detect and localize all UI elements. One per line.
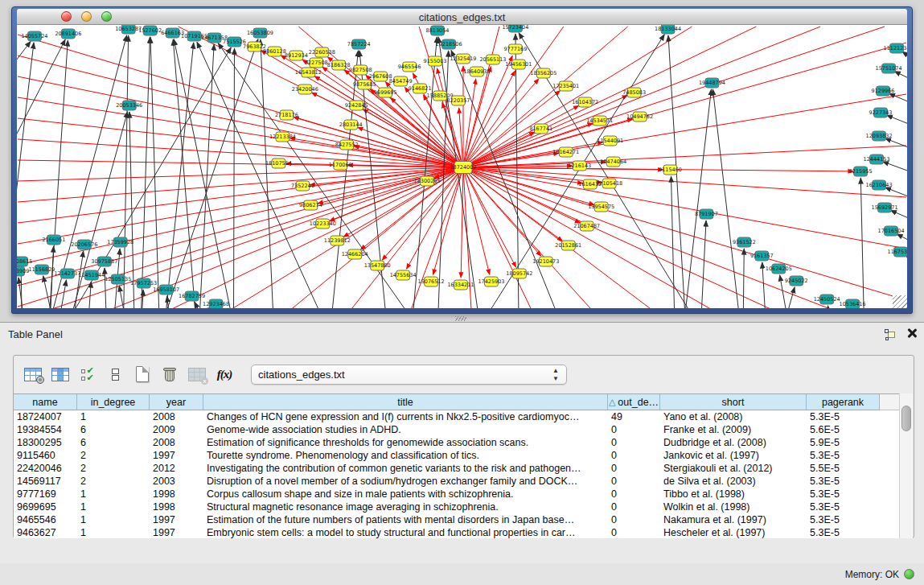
column-header-name[interactable]: name [14, 394, 77, 410]
graph-node[interactable]: 21067487 [573, 221, 600, 231]
graph-node[interactable]: 10474064 [600, 157, 626, 167]
graph-node[interactable]: 9875685 [353, 80, 376, 89]
graph-node[interactable]: 18300295 [414, 176, 441, 186]
graph-node[interactable]: 1527602 [138, 26, 162, 35]
graph-node[interactable]: 18107554 [265, 159, 292, 168]
graph-node[interactable]: 13547880 [364, 261, 391, 270]
graph-node[interactable]: 1616432 [578, 179, 602, 189]
graph-node[interactable]: 11239812 [324, 236, 351, 245]
graph-node[interactable]: 15692971 [872, 203, 898, 212]
graph-node[interactable]: 14755634 [390, 270, 417, 280]
graph-node[interactable]: 2718176 [275, 110, 298, 120]
column-header-title[interactable]: title [203, 394, 608, 410]
graph-node[interactable]: 16958107 [153, 285, 179, 295]
graph-node[interactable]: 12466204 [342, 249, 368, 259]
graph-node[interactable]: 20565113 [479, 55, 506, 64]
graph-node[interactable]: 9115460 [659, 165, 682, 175]
column-header-out_de[interactable]: △out_de… [608, 394, 660, 410]
show-column-icon[interactable] [48, 362, 72, 386]
function-builder-icon[interactable]: f(x) [212, 362, 236, 386]
graph-node[interactable]: 7857224 [347, 39, 371, 49]
graph-node[interactable]: 8508615 [17, 257, 32, 266]
graph-node[interactable]: 22260538 [309, 47, 335, 57]
table-selector-dropdown[interactable]: citations_edges.txt ▲▼ [251, 365, 567, 385]
graph-node[interactable]: 19218506 [436, 39, 462, 49]
graph-node[interactable]: 12325419 [450, 54, 477, 64]
graph-node[interactable]: 11121234 [884, 43, 907, 53]
graph-node[interactable]: 8186328 [327, 60, 351, 70]
delete-table-icon[interactable]: x [185, 362, 209, 386]
graph-node[interactable]: 8791907 [695, 209, 718, 219]
graph-node[interactable]: 9242845 [345, 101, 368, 110]
table-row[interactable]: 911546021997Tourette syndrome. Phenomeno… [14, 449, 901, 462]
table-row[interactable]: 977716911998Corpus callosum shape and si… [14, 488, 901, 501]
graph-node[interactable]: 19456301 [505, 60, 532, 69]
window-resize-grip[interactable] [893, 295, 907, 308]
graph-node[interactable]: 17425903 [478, 277, 504, 286]
panel-divider-handle[interactable] [455, 316, 466, 321]
graph-node[interactable]: 11156829 [28, 265, 55, 274]
graph-node[interactable]: 18095742 [506, 269, 532, 278]
table-scrollbar-thumb[interactable] [901, 406, 911, 431]
graph-node[interactable]: 16782759 [179, 291, 205, 301]
table-row[interactable]: 946362711997Embryonic stem cells: a mode… [14, 526, 901, 538]
graph-node[interactable]: 12505135 [105, 274, 131, 284]
graph-node[interactable]: 11675330 [888, 247, 907, 257]
table-row[interactable]: 946554611997Estimation of the future num… [14, 513, 901, 526]
memory-status-label[interactable]: Memory: OK [845, 569, 899, 580]
graph-node[interactable]: 10624205 [766, 264, 792, 274]
graph-node[interactable]: 17016504 [878, 226, 905, 236]
memory-status-indicator[interactable] [904, 569, 914, 579]
graph-node[interactable]: 8427552 [335, 140, 359, 150]
graph-node[interactable]: 10164271 [552, 147, 579, 157]
graph-node[interactable]: 8813054 [426, 26, 450, 35]
column-header-pagerank[interactable]: pagerank [807, 394, 880, 410]
graph-node[interactable]: 9361522 [733, 237, 756, 247]
column-header-year[interactable]: year [150, 394, 203, 410]
table-mode-icon[interactable] [21, 362, 45, 386]
graph-node[interactable]: 12923468 [203, 299, 229, 308]
rows-icon[interactable] [103, 362, 127, 386]
graph-node[interactable]: 19210473 [532, 257, 559, 266]
graph-node[interactable]: 9777169 [503, 44, 527, 54]
graph-node[interactable]: 8220357 [447, 96, 470, 105]
table-scrollbar[interactable] [899, 393, 913, 538]
graph-node[interactable]: 8860128 [263, 47, 286, 56]
table-row[interactable]: 969969511998Structural magnetic resonanc… [14, 501, 901, 513]
table-row[interactable]: 1830029562008Estimation of significance … [14, 436, 901, 449]
graph-node[interactable]: 2166051 [42, 235, 65, 245]
column-header-in_degree[interactable]: in_degree [77, 394, 150, 410]
graph-node[interactable]: 9155003 [424, 56, 447, 66]
graph-node[interactable]: 1170066 [329, 160, 352, 170]
graph-node[interactable]: 20152861 [555, 241, 581, 250]
graph-node[interactable]: 11544091 [597, 136, 623, 146]
graph-node[interactable]: 8167741 [529, 124, 552, 134]
graph-node[interactable]: 18133044 [655, 25, 681, 34]
graph-node[interactable]: 9245022 [785, 276, 808, 286]
graph-node[interactable]: 9227508 [305, 58, 328, 68]
graph-node[interactable]: 19448794 [699, 78, 725, 88]
delete-column-icon[interactable] [158, 362, 182, 386]
graph-node[interactable]: 18356205 [530, 68, 556, 78]
graph-node[interactable]: 11451944 [78, 270, 105, 280]
network-canvas[interactable]: 1405572420891406106532871527602646616310… [17, 25, 907, 308]
graph-node[interactable]: 23420046 [292, 84, 318, 94]
table-row[interactable]: 1872400712008Changes of HCN gene express… [14, 410, 901, 423]
graph-node[interactable]: 9465546 [398, 62, 421, 72]
table-row[interactable]: 2242004622012Investigating the contribut… [14, 462, 901, 475]
graph-node[interactable]: 16543812 [295, 68, 322, 77]
select-all-icon[interactable]: ✔✔ [76, 362, 100, 386]
graph-node[interactable]: 16053809 [247, 28, 273, 38]
graph-node[interactable]: 10536416 [840, 299, 866, 308]
graph-node[interactable]: 13954575 [588, 202, 614, 212]
graph-node[interactable]: 9699695 [374, 88, 397, 97]
graph-node[interactable]: 15723404 [502, 25, 528, 32]
table-row[interactable]: 1938455462009Genome-wide association stu… [14, 423, 901, 436]
graph-node[interactable]: 12142737 [54, 269, 80, 278]
graph-node[interactable]: 14055724 [21, 31, 47, 41]
graph-node[interactable]: 7352241 [291, 181, 314, 191]
table-row[interactable]: 1456911722003Disruption of a novel membe… [14, 475, 901, 488]
graph-node[interactable]: 20053346 [116, 101, 142, 110]
graph-node[interactable]: 18640935 [463, 67, 490, 76]
float-panel-icon[interactable] [885, 329, 897, 341]
